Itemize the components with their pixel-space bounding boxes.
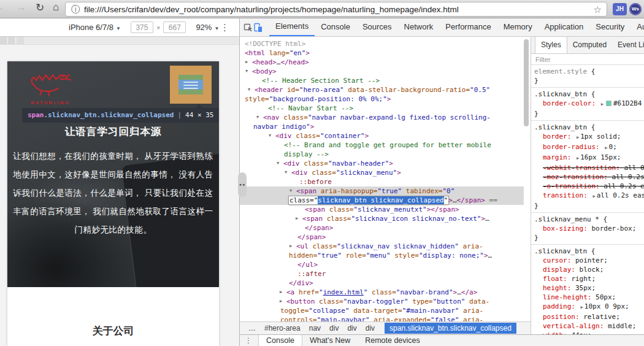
breadcrumb-item[interactable]: … [248, 324, 256, 333]
css-declaration[interactable]: transition: ▶all 0.2s ease; [534, 191, 644, 201]
css-declaration[interactable]: cursor: pointer; [534, 256, 644, 265]
forward-button[interactable]: → [16, 1, 26, 13]
expand-arrow-icon[interactable]: ▶ [605, 145, 607, 150]
drawer-tab-console[interactable]: Console [258, 335, 302, 346]
inspect-highlight-margin[interactable] [170, 66, 212, 104]
expand-arrow-icon[interactable]: ▶ [601, 102, 604, 107]
devtools-tab-console[interactable]: Console [315, 18, 356, 36]
expand-arrow-icon[interactable]: ▶ [577, 156, 579, 161]
code-line[interactable]: ::after [240, 269, 524, 279]
code-line[interactable]: display --> [240, 150, 524, 159]
devtools-tab-sources[interactable]: Sources [356, 18, 398, 36]
code-line[interactable]: ▶<span class="slicknav_icon slicknav_no-… [240, 214, 524, 223]
style-rule[interactable]: element.style {} [531, 65, 644, 88]
expand-arrow-icon[interactable]: ▶ [296, 214, 298, 223]
css-declaration[interactable]: position: relative; [534, 312, 644, 321]
code-line[interactable]: ::before [240, 177, 524, 186]
bookmark-star-icon[interactable]: ☆ [594, 4, 602, 15]
code-line[interactable]: ▼<div class="navbar-header"> [240, 159, 524, 168]
info-icon[interactable]: ⓘ [71, 4, 80, 15]
code-line[interactable]: ▼<nav class="navbar navbar-expand-lg fix… [240, 113, 524, 122]
code-line[interactable]: </div> [240, 279, 524, 288]
breadcrumb-item[interactable]: #hero-area [264, 324, 301, 333]
code-line[interactable]: <!-- Brand and toggle get grouped for be… [240, 140, 524, 150]
drawer-tab-what-s-new[interactable]: What's New [302, 335, 358, 346]
code-line[interactable]: …▼<span aria-haspopup="true" tabindex="0… [240, 186, 524, 196]
devtools-tab-network[interactable]: Network [398, 18, 440, 36]
collapse-arrow-icon[interactable]: ▼ [245, 67, 248, 76]
code-line[interactable]: class="slicknav_btn slicknav_collapsed">… [240, 196, 524, 205]
back-button[interactable]: ← [0, 1, 4, 13]
code-line[interactable]: </ul> [240, 260, 524, 269]
reload-button[interactable]: ↻ [36, 1, 44, 14]
collapse-arrow-icon[interactable]: ▼ [277, 159, 279, 168]
css-declaration[interactable]: line-height: 50px; [534, 293, 644, 302]
css-declaration[interactable]: height: 35px; [534, 283, 644, 293]
device-toolbar-icon[interactable] [253, 20, 263, 35]
collapse-arrow-icon[interactable]: ▼ [256, 113, 259, 122]
devtools-tab-audits[interactable]: Audits [631, 18, 644, 36]
expand-arrow-icon[interactable]: ▶ [581, 305, 583, 310]
zoom-select[interactable]: 92%▼ [196, 23, 219, 32]
code-line[interactable]: ▶<ul class="slicknav_nav slicknav_hidden… [240, 242, 524, 251]
code-line[interactable]: </span> [240, 223, 524, 233]
code-line[interactable]: navbar indigo"> [240, 122, 524, 131]
css-declaration[interactable]: -webkit-transition: all 0.2s ease; [534, 163, 644, 172]
css-declaration[interactable]: -moz-transition: all 0.2s ease; [534, 172, 644, 182]
styles-tab-event-listeners[interactable]: Event Listeners [612, 37, 644, 53]
code-line[interactable]: </span> [240, 233, 524, 242]
elements-scrollbar[interactable] [524, 39, 529, 126]
expand-arrow-icon[interactable]: ▶ [289, 242, 292, 251]
style-rule[interactable]: .slicknav_btn {border-color: ▶#61D2B4} [531, 88, 644, 121]
code-line[interactable]: hidden="true" role="menu" style="display… [240, 251, 524, 260]
expand-arrow-icon[interactable]: ▶ [245, 58, 248, 67]
devtools-tab-memory[interactable]: Memory [497, 18, 539, 36]
collapse-arrow-icon[interactable]: ▼ [269, 131, 271, 140]
expand-arrow-icon[interactable]: ▶ [280, 288, 282, 297]
breadcrumb-item[interactable]: div [366, 324, 375, 333]
style-rule[interactable]: .slicknav_btn {cursor: pointer;display: … [531, 245, 644, 334]
drawer-tab-remote-devices[interactable]: Remote devices [358, 335, 427, 346]
code-line[interactable]: <!DOCTYPE html> [240, 39, 524, 48]
css-declaration[interactable]: display: block; [534, 265, 644, 274]
css-declaration[interactable]: margin: ▶16px 15px; [534, 153, 644, 163]
code-line[interactable]: ▼<header id="hero-area" data-stellar-bac… [240, 85, 524, 94]
devtools-tab-elements[interactable]: Elements [269, 18, 315, 36]
code-line[interactable]: ▶<head>…</head> [240, 58, 524, 67]
device-select[interactable]: iPhone 6/7/8▼ [69, 23, 121, 32]
profile-badge-ws[interactable]: Ws [629, 3, 642, 15]
pane-resize-handle[interactable]: ●● [238, 172, 247, 197]
code-line[interactable]: ▶<a href="index.html" class="navbar-bran… [240, 288, 524, 297]
devtools-tab-application[interactable]: Application [539, 18, 590, 36]
color-swatch[interactable] [606, 101, 611, 106]
code-line[interactable]: <!-- Header Section Start --> [240, 76, 524, 85]
viewport-width-input[interactable] [131, 21, 153, 33]
attribute-edit-box[interactable]: class="slicknav_btn slicknav_collapsed" [289, 196, 448, 204]
breadcrumb-item[interactable]: span.slicknav_btn.slicknav_collapsed [385, 323, 516, 334]
naturling-logo[interactable]: NATURLING [25, 66, 76, 106]
css-declaration[interactable]: box-sizing: border-box; [534, 224, 644, 233]
css-declaration[interactable]: border-radius: ▶0; [534, 142, 644, 153]
address-bar[interactable]: ⓘ file:///Users/crifan/dev/dev_root/comp… [65, 2, 607, 17]
code-line[interactable]: <span class="slicknav_menutxt"></span> [240, 205, 524, 214]
style-rule[interactable]: .slicknav_btn {border: ▶1px solid;border… [531, 121, 644, 213]
css-declaration[interactable]: float: right; [534, 274, 644, 283]
code-line[interactable]: ▼<div class="container"> [240, 131, 524, 140]
extension-badge-jh[interactable]: JH [613, 3, 627, 15]
inspect-element-icon[interactable] [243, 20, 253, 35]
styles-filter-input[interactable]: Filter [531, 54, 644, 65]
breadcrumb-item[interactable]: div [347, 324, 356, 333]
expand-arrow-icon[interactable]: ▶ [592, 194, 595, 199]
css-declaration[interactable]: padding: ▶10px 0 9px; [534, 302, 644, 312]
viewport-height-input[interactable] [163, 21, 186, 33]
breadcrumb-item[interactable]: nav [309, 324, 321, 333]
expand-arrow-icon[interactable]: ▶ [280, 297, 282, 306]
styles-tab-styles[interactable]: Styles [535, 37, 567, 53]
code-line[interactable]: ▼<div class="slicknav_menu"> [240, 168, 524, 177]
code-line[interactable]: style="background-position: 0% 0%;"> [240, 94, 524, 104]
collapse-arrow-icon[interactable]: ▼ [248, 85, 250, 94]
code-line[interactable]: toggle="collapse" data-target="#main-nav… [240, 306, 524, 315]
collapse-arrow-icon[interactable]: ▼ [289, 186, 292, 196]
code-line[interactable]: ▼<body> [240, 67, 524, 76]
media-query-ruler[interactable] [0, 37, 239, 45]
